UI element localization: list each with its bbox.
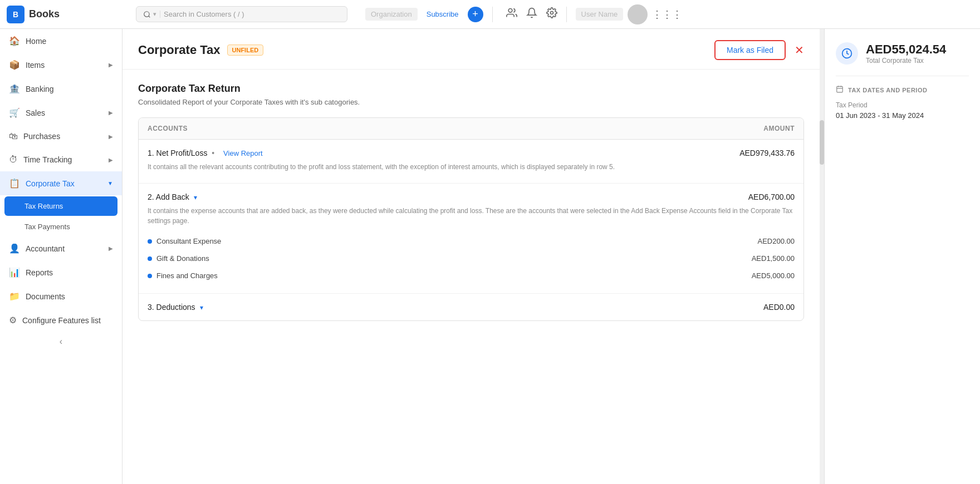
chevron-right-icon: ▶ bbox=[109, 134, 113, 140]
sidebar-item-label: Items bbox=[26, 61, 45, 70]
reports-icon: 📊 bbox=[9, 267, 20, 278]
subscribe-button[interactable]: Subscribe bbox=[427, 10, 459, 18]
accountant-icon: 👤 bbox=[9, 243, 20, 254]
sidebar-item-documents[interactable]: 📁 Documents bbox=[0, 284, 122, 308]
search-bar[interactable]: ▾ Search in Customers ( / ) bbox=[136, 6, 347, 22]
sidebar-item-label: Reports bbox=[26, 268, 53, 277]
row-1-description: It contains all the relevant accounts co… bbox=[148, 162, 795, 172]
purchases-icon: 🛍 bbox=[9, 131, 18, 141]
sidebar-item-time-tracking[interactable]: ⏱ Time Tracking ▶ bbox=[0, 148, 122, 171]
search-placeholder[interactable]: Search in Customers ( / ) bbox=[164, 10, 244, 18]
sidebar-item-configure[interactable]: ⚙ Configure Features list bbox=[0, 308, 122, 332]
add-back-chevron-icon[interactable]: ▾ bbox=[194, 194, 197, 201]
sidebar-item-purchases[interactable]: 🛍 Purchases ▶ bbox=[0, 125, 122, 148]
amount-header: AMOUNT bbox=[763, 125, 795, 132]
view-report-link[interactable]: View Report bbox=[223, 149, 263, 157]
sub-item-consultant-label: Consultant Expense bbox=[148, 237, 221, 245]
sidebar-item-label: Documents bbox=[26, 292, 65, 301]
sub-item-gifts-label: Gift & Donations bbox=[148, 254, 209, 263]
tax-dates-label: TAX DATES AND PERIOD bbox=[848, 87, 927, 93]
close-button[interactable]: ✕ bbox=[795, 43, 804, 57]
chevron-right-icon: ▶ bbox=[109, 157, 113, 163]
chevron-down-icon: ▼ bbox=[107, 180, 113, 186]
tax-summary-icon bbox=[836, 42, 858, 65]
items-icon: 📦 bbox=[9, 60, 20, 70]
main-layout: 🏠 Home 📦 Items ▶ 🏦 Banking 🛒 Sales ▶ 🛍 P… bbox=[0, 29, 980, 484]
tax-total-label: Total Corporate Tax bbox=[866, 57, 946, 65]
sidebar-sub-item-tax-payments[interactable]: Tax Payments bbox=[0, 217, 122, 236]
sub-item-fines: Fines and Charges AED5,000.00 bbox=[148, 267, 795, 284]
sub-item-consultant-amount: AED200.00 bbox=[758, 237, 795, 245]
sidebar-item-label: Corporate Tax bbox=[26, 179, 75, 188]
user-name: User Name bbox=[576, 8, 624, 21]
sidebar-item-label: Purchases bbox=[23, 132, 60, 141]
sidebar-item-label: Accountant bbox=[26, 244, 65, 253]
sidebar-collapse-button[interactable]: ‹ bbox=[0, 332, 122, 351]
row-2-header: 2. Add Back ▾ AED6,700.00 bbox=[148, 192, 795, 201]
settings-icon[interactable] bbox=[546, 7, 557, 21]
sub-item-gifts-amount: AED1,500.00 bbox=[752, 254, 795, 263]
row-2-amount: AED6,700.00 bbox=[748, 192, 795, 201]
corporate-tax-icon: 📋 bbox=[9, 178, 20, 189]
tax-dates-header: TAX DATES AND PERIOD bbox=[836, 85, 969, 95]
chevron-right-icon: ▶ bbox=[109, 110, 113, 116]
add-button[interactable]: + bbox=[468, 7, 483, 22]
panel-divider bbox=[836, 76, 969, 76]
divider bbox=[492, 7, 493, 22]
sidebar-item-label: Banking bbox=[26, 85, 54, 93]
table-row-deductions: 3. Deductions ▾ AED0.00 bbox=[139, 294, 803, 320]
right-panel-inner: AED55,024.54 Total Corporate Tax TAX DAT… bbox=[825, 29, 980, 133]
avatar bbox=[628, 4, 648, 24]
logo-area: B Books bbox=[7, 6, 129, 23]
topbar-middle: Organization Subscribe + User Name ⋮⋮⋮ bbox=[365, 4, 973, 24]
dot-icon bbox=[148, 274, 152, 278]
scrollbar-track[interactable] bbox=[820, 29, 824, 484]
banking-icon: 🏦 bbox=[9, 83, 20, 94]
sidebar-item-label: Configure Features list bbox=[22, 316, 101, 325]
mark-as-filed-button[interactable]: Mark as Filed bbox=[714, 40, 786, 60]
row-2-description: It contains the expense accounts that ar… bbox=[148, 206, 795, 226]
tax-period-title: Tax Period bbox=[836, 101, 969, 109]
grid-icon[interactable]: ⋮⋮⋮ bbox=[652, 8, 682, 21]
sidebar-item-corporate-tax[interactable]: 📋 Corporate Tax ▼ bbox=[0, 171, 122, 195]
app-name: Books bbox=[29, 8, 60, 20]
chevron-right-icon: ▶ bbox=[109, 245, 113, 251]
deductions-chevron-icon[interactable]: ▾ bbox=[200, 304, 203, 312]
sidebar-item-home[interactable]: 🏠 Home bbox=[0, 29, 122, 53]
sidebar-sub-item-label: Tax Returns bbox=[24, 202, 63, 210]
svg-point-1 bbox=[508, 9, 512, 13]
logo-icon: B bbox=[7, 6, 24, 23]
unfiled-badge: UNFILED bbox=[227, 45, 264, 56]
sub-item-fines-amount: AED5,000.00 bbox=[752, 271, 795, 280]
time-tracking-icon: ⏱ bbox=[9, 155, 18, 165]
sales-icon: 🛒 bbox=[9, 107, 20, 118]
divider2 bbox=[566, 7, 567, 22]
sub-item-fines-label: Fines and Charges bbox=[148, 271, 218, 280]
sidebar-item-accountant[interactable]: 👤 Accountant ▶ bbox=[0, 236, 122, 260]
org-name: Organization bbox=[365, 8, 418, 21]
scrollbar-thumb[interactable] bbox=[820, 120, 824, 165]
sidebar-item-banking[interactable]: 🏦 Banking bbox=[0, 77, 122, 101]
sidebar: 🏠 Home 📦 Items ▶ 🏦 Banking 🛒 Sales ▶ 🛍 P… bbox=[0, 29, 122, 484]
collapse-icon: ‹ bbox=[60, 337, 62, 347]
topbar: B Books ▾ Search in Customers ( / ) Orga… bbox=[0, 0, 980, 29]
tax-period-value: 01 Jun 2023 - 31 May 2024 bbox=[836, 111, 969, 120]
tax-total-amount: AED55,024.54 bbox=[866, 42, 946, 57]
bell-icon[interactable] bbox=[526, 7, 537, 21]
documents-icon: 📁 bbox=[9, 291, 20, 302]
dot-icon bbox=[148, 239, 152, 244]
deductions-label: 3. Deductions ▾ bbox=[148, 303, 203, 312]
row-2-label: 2. Add Back ▾ bbox=[148, 192, 197, 201]
sidebar-item-label: Time Tracking bbox=[23, 155, 72, 164]
sidebar-item-label: Home bbox=[26, 37, 46, 46]
sub-item-gifts: Gift & Donations AED1,500.00 bbox=[148, 250, 795, 267]
home-icon: 🏠 bbox=[9, 36, 20, 46]
sidebar-sub-item-tax-returns[interactable]: Tax Returns bbox=[4, 196, 117, 216]
sidebar-item-sales[interactable]: 🛒 Sales ▶ bbox=[0, 101, 122, 125]
table-row-1: 1. Net Profit/Loss • View Report AED979,… bbox=[139, 140, 803, 184]
chevron-right-icon: ▶ bbox=[109, 62, 113, 68]
tax-table: ACCOUNTS AMOUNT 1. Net Profit/Loss • Vie… bbox=[138, 117, 804, 321]
people-icon[interactable] bbox=[506, 7, 517, 21]
sidebar-item-items[interactable]: 📦 Items ▶ bbox=[0, 53, 122, 77]
sidebar-item-reports[interactable]: 📊 Reports bbox=[0, 260, 122, 284]
